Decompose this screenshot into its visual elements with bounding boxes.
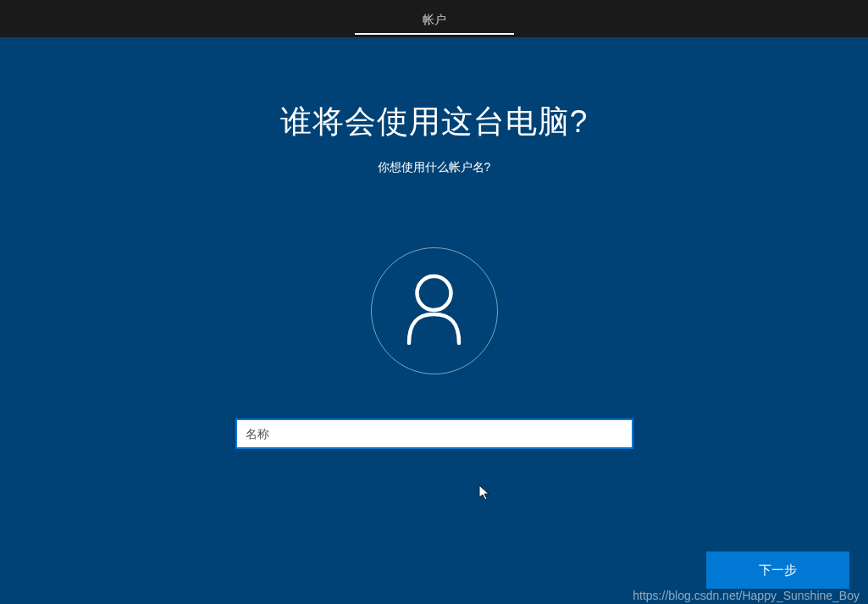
tab-account[interactable]: 帐户 [355, 13, 514, 35]
cursor-icon [478, 485, 492, 501]
user-avatar-placeholder [371, 247, 498, 374]
watermark-text: https://blog.csdn.net/Happy_Sunshine_Boy [633, 589, 860, 602]
page-subtitle: 你想使用什么帐户名? [378, 160, 491, 175]
main-content: 谁将会使用这台电脑? 你想使用什么帐户名? [0, 37, 868, 449]
user-icon [402, 274, 466, 349]
header-bar: 帐户 [0, 0, 868, 37]
name-input[interactable] [235, 418, 633, 449]
svg-point-0 [417, 276, 451, 310]
page-title: 谁将会使用这台电脑? [280, 101, 589, 143]
next-button[interactable]: 下一步 [706, 551, 849, 589]
